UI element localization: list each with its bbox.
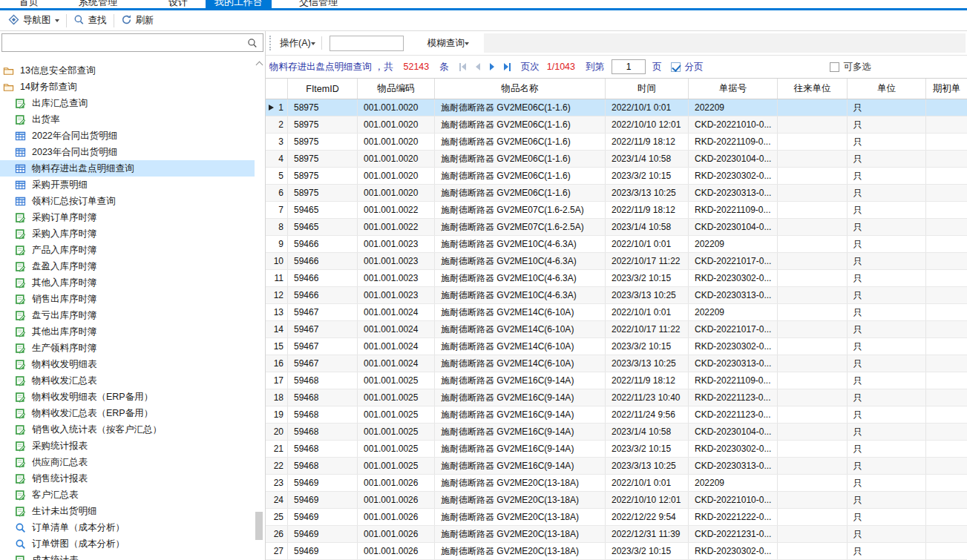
sidebar-item[interactable]: 销售收入统计表（按客户汇总） xyxy=(0,421,255,438)
table-cell[interactable]: 只 xyxy=(848,202,926,218)
row-indicator[interactable]: 16 xyxy=(266,355,288,372)
row-indicator[interactable]: 5 xyxy=(266,168,288,184)
table-cell[interactable] xyxy=(926,253,967,269)
tab-item[interactable]: 我的工作台 xyxy=(206,0,272,10)
table-cell[interactable]: 只 xyxy=(848,543,926,559)
table-row[interactable]: 2759469001.001.0026施耐德断路器 GV2ME20C(13-18… xyxy=(266,543,967,560)
column-header[interactable] xyxy=(266,79,288,99)
table-cell[interactable] xyxy=(926,509,967,525)
table-cell[interactable]: 59467 xyxy=(288,338,358,355)
table-row[interactable]: 258975001.001.0020施耐德断路器 GV2ME06C(1-1.6)… xyxy=(266,116,967,134)
table-cell[interactable]: 001.001.0025 xyxy=(358,424,435,440)
row-indicator[interactable]: 17 xyxy=(266,372,288,389)
table-cell[interactable]: 001.001.0026 xyxy=(358,509,435,525)
table-row[interactable]: 1159466001.001.0023施耐德断路器 GV2ME10C(4-6.3… xyxy=(266,270,967,287)
table-cell[interactable]: 只 xyxy=(848,253,926,269)
row-indicator[interactable]: 8 xyxy=(266,219,288,235)
table-cell[interactable]: 只 xyxy=(848,99,926,116)
sidebar-item[interactable]: 领料汇总按订单查询 xyxy=(0,193,255,209)
table-cell[interactable] xyxy=(926,543,967,559)
table-cell[interactable]: 001.001.0020 xyxy=(358,134,435,150)
find-button[interactable]: 查找 xyxy=(68,12,112,30)
sidebar-item[interactable]: 产品入库序时簿 xyxy=(0,242,255,258)
table-cell[interactable]: CKD-20230104-0... xyxy=(689,219,778,235)
table-row[interactable]: 1059466001.001.0023施耐德断路器 GV2ME10C(4-6.3… xyxy=(266,253,967,270)
table-cell[interactable]: 001.001.0022 xyxy=(358,219,435,235)
table-cell[interactable]: 施耐德断路器 GV2ME16C(9-14A) xyxy=(435,389,606,406)
table-cell[interactable]: 只 xyxy=(848,185,926,201)
table-cell[interactable]: 2023/3/13 10:25 xyxy=(606,287,689,303)
table-cell[interactable]: RKD-20221109-0... xyxy=(689,202,778,218)
sidebar-item[interactable]: 采购统计报表 xyxy=(0,438,255,454)
table-cell[interactable]: 59468 xyxy=(288,406,358,423)
row-indicator[interactable]: 21 xyxy=(266,441,288,457)
table-cell[interactable]: 施耐德断路器 GV2ME20C(13-18A) xyxy=(435,475,606,491)
table-cell[interactable]: 202209 xyxy=(689,304,778,320)
table-cell[interactable]: 2022/12/22 9:54 xyxy=(606,509,689,525)
table-row[interactable]: 1759468001.001.0025施耐德断路器 GV2ME16C(9-14A… xyxy=(266,372,967,389)
sidebar-search-input[interactable] xyxy=(2,35,247,50)
table-cell[interactable]: 58975 xyxy=(288,116,358,133)
table-cell[interactable]: 施耐德断路器 GV2ME16C(9-14A) xyxy=(435,424,606,440)
table-cell[interactable]: 001.001.0023 xyxy=(358,270,435,286)
table-cell[interactable] xyxy=(926,338,967,355)
table-cell[interactable]: 施耐德断路器 GV2ME06C(1-1.6) xyxy=(435,168,606,184)
table-cell[interactable]: RKD-20230302-0... xyxy=(689,441,778,457)
table-cell[interactable] xyxy=(926,287,967,303)
sidebar-item[interactable]: 盘盈入库序时簿 xyxy=(0,258,255,274)
table-cell[interactable] xyxy=(926,475,967,491)
table-cell[interactable]: CKD-20221231-0... xyxy=(689,526,778,542)
table-cell[interactable]: 58975 xyxy=(288,134,358,150)
table-cell[interactable]: 只 xyxy=(848,492,926,508)
sidebar-item[interactable]: 出库汇总查询 xyxy=(0,95,255,111)
table-cell[interactable]: 只 xyxy=(848,116,926,133)
sidebar-item[interactable]: 其他入库序时簿 xyxy=(0,274,255,291)
table-row[interactable]: 358975001.001.0020施耐德断路器 GV2ME06C(1-1.6)… xyxy=(266,134,967,151)
table-cell[interactable] xyxy=(926,406,967,423)
table-cell[interactable]: 59465 xyxy=(288,202,358,218)
table-cell[interactable]: 施耐德断路器 GV2ME20C(13-18A) xyxy=(435,509,606,525)
table-cell[interactable]: 施耐德断路器 GV2ME14C(6-10A) xyxy=(435,304,606,320)
table-cell[interactable]: CKD-20230104-0... xyxy=(689,151,778,167)
table-cell[interactable]: 59466 xyxy=(288,236,358,252)
table-cell[interactable]: 001.001.0026 xyxy=(358,475,435,491)
table-cell[interactable]: 59466 xyxy=(288,287,358,303)
table-cell[interactable]: 59468 xyxy=(288,424,358,440)
table-cell[interactable]: 001.001.0026 xyxy=(358,492,435,508)
table-cell[interactable]: 施耐德断路器 GV2ME20C(13-18A) xyxy=(435,543,606,559)
table-cell[interactable] xyxy=(778,287,848,303)
table-cell[interactable]: 59468 xyxy=(288,372,358,389)
row-indicator[interactable]: 4 xyxy=(266,151,288,167)
table-cell[interactable]: 施耐德断路器 GV2ME16C(9-14A) xyxy=(435,372,606,389)
table-cell[interactable]: RKD-20230302-0... xyxy=(689,270,778,286)
table-cell[interactable]: 58975 xyxy=(288,99,358,116)
table-cell[interactable]: 2022/10/17 11:22 xyxy=(606,321,689,337)
sidebar-item[interactable]: 14财务部查询 xyxy=(0,79,255,95)
table-cell[interactable] xyxy=(926,526,967,542)
table-cell[interactable]: 2022/11/9 18:12 xyxy=(606,134,689,150)
table-cell[interactable]: 59465 xyxy=(288,219,358,235)
sidebar-item[interactable]: 物料存进出盘点明细查询 xyxy=(0,160,255,177)
sidebar-item[interactable]: 供应商汇总表 xyxy=(0,454,255,470)
table-row[interactable]: 1259466001.001.0023施耐德断路器 GV2ME10C(4-6.3… xyxy=(266,287,967,304)
table-cell[interactable]: 施耐德断路器 GV2ME10C(4-6.3A) xyxy=(435,236,606,252)
row-indicator[interactable]: 26 xyxy=(266,526,288,542)
table-cell[interactable]: RKD-20221222-0... xyxy=(689,509,778,525)
table-cell[interactable]: 施耐德断路器 GV2ME06C(1-1.6) xyxy=(435,134,606,150)
table-cell[interactable]: 202209 xyxy=(689,236,778,252)
table-cell[interactable]: 59466 xyxy=(288,253,358,269)
table-cell[interactable]: 59467 xyxy=(288,355,358,372)
table-cell[interactable]: CKD-20230313-0... xyxy=(689,355,778,372)
table-cell[interactable]: 202209 xyxy=(689,99,778,116)
table-cell[interactable] xyxy=(778,304,848,320)
table-cell[interactable]: 202209 xyxy=(689,475,778,491)
table-cell[interactable] xyxy=(778,441,848,457)
table-cell[interactable]: 001.001.0025 xyxy=(358,389,435,406)
sidebar-item[interactable]: 物料收发汇总表（ERP备用） xyxy=(0,405,255,421)
table-cell[interactable]: CKD-20221123-0... xyxy=(689,406,778,423)
last-page-icon[interactable] xyxy=(504,62,511,72)
table-cell[interactable]: 2023/1/4 10:58 xyxy=(606,151,689,167)
table-cell[interactable]: 只 xyxy=(848,236,926,252)
row-indicator[interactable]: 24 xyxy=(266,492,288,508)
table-cell[interactable]: 2022/10/1 0:01 xyxy=(606,99,689,116)
